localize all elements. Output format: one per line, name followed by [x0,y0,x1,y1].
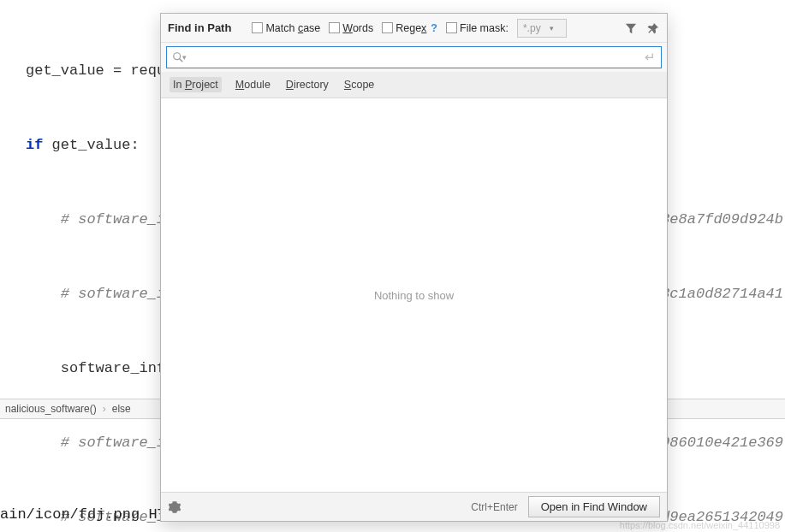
chevron-right-icon: › [100,403,109,415]
breadcrumb-item[interactable]: nalicious_software() [2,403,100,415]
pin-icon[interactable] [646,21,660,35]
search-row: ▾ ↵ [161,43,667,72]
checkbox-icon [446,22,457,33]
file-mask-value: *.py [523,22,541,34]
tab-module[interactable]: Module [234,77,272,92]
checkbox-icon [329,22,340,33]
regex-checkbox[interactable]: Regex ? [382,22,437,34]
file-mask-checkbox[interactable]: File mask: [446,22,508,34]
svg-point-0 [174,53,181,60]
shortcut-hint: Ctrl+Enter [471,501,517,513]
filter-icon[interactable] [624,21,638,35]
checkbox-icon [252,22,263,33]
search-input[interactable] [187,47,645,68]
gear-icon[interactable] [168,500,181,514]
dialog-header: Find in Path Match case Words Regex ? Fi… [161,14,667,43]
words-checkbox[interactable]: Words [329,22,373,34]
enter-icon: ↵ [645,50,656,65]
scope-tabs: In Project Module Directory Scope [161,72,667,98]
tab-scope[interactable]: Scope [342,77,376,92]
dialog-footer: Ctrl+Enter Open in Find Window [161,492,667,521]
checkbox-icon [382,22,393,33]
chevron-down-icon: ▾ [550,24,554,33]
open-in-find-window-button[interactable]: Open in Find Window [528,496,660,517]
dialog-title: Find in Path [168,21,231,34]
search-field[interactable]: ▾ ↵ [166,46,662,68]
find-in-path-dialog: Find in Path Match case Words Regex ? Fi… [160,13,668,522]
match-case-checkbox[interactable]: Match case [252,22,320,34]
tab-directory[interactable]: Directory [284,77,330,92]
file-mask-select[interactable]: *.py ▾ [517,19,567,38]
help-icon[interactable]: ? [431,22,437,34]
tab-in-project[interactable]: In Project [169,77,222,92]
breadcrumb-item[interactable]: else [109,403,134,415]
results-empty-label: Nothing to show [374,289,454,302]
results-area: Nothing to show [161,98,667,492]
